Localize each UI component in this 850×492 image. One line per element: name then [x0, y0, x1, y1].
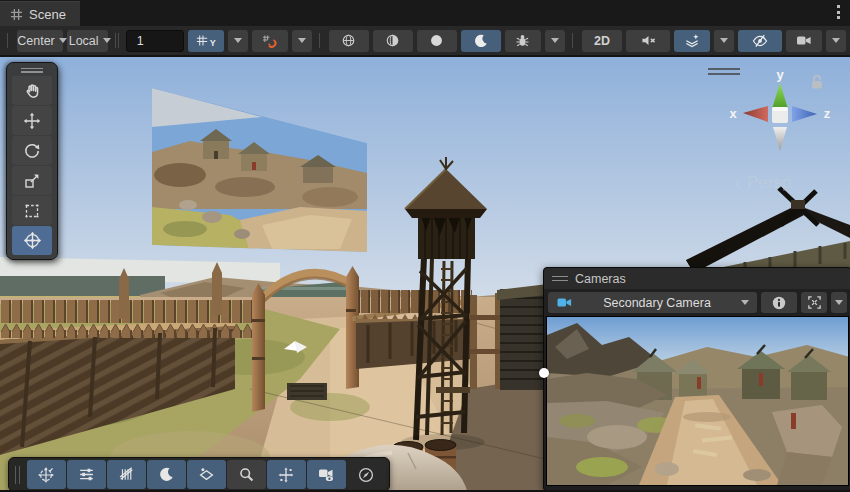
bug-icon	[515, 33, 530, 48]
rect-tool[interactable]	[12, 196, 52, 225]
grid-size-input[interactable]	[126, 30, 184, 52]
camera-view-toggle[interactable]	[307, 460, 346, 489]
orientation-mode-label: Local	[69, 34, 99, 48]
overlay-resize-dot[interactable]	[539, 368, 549, 378]
hand-view-tool-icon	[23, 82, 41, 100]
orientation-mode-dropdown[interactable]: Local	[67, 30, 109, 52]
overlay-drag-handle[interactable]	[9, 65, 55, 75]
prism-icon	[198, 466, 215, 483]
draw-mode-shaded-button[interactable]	[417, 30, 457, 52]
camera-settings-button[interactable]	[786, 30, 822, 52]
effects-toggle-button[interactable]	[674, 30, 710, 52]
grid-axis-caret[interactable]	[228, 30, 248, 52]
draw-mode-shaded-wire-button[interactable]	[373, 30, 413, 52]
camera-preview-render	[547, 317, 849, 485]
scene-viewport[interactable]: y x z ‹ Persp Cameras	[0, 57, 850, 492]
scene-visibility-button[interactable]	[738, 30, 782, 52]
overlay-drag-handle[interactable]	[552, 276, 568, 282]
compass-icon	[357, 466, 375, 484]
wireframe-sphere-icon	[341, 33, 356, 48]
move-snap-toggle[interactable]	[267, 460, 306, 489]
grid-snap-button[interactable]	[252, 30, 288, 52]
levels-toggle[interactable]	[67, 460, 106, 489]
projection-toggle[interactable]: ‹ Persp	[735, 173, 791, 193]
grid-icon	[10, 8, 23, 21]
audio-muted-icon	[640, 33, 657, 48]
grid-hatch-toggle[interactable]	[107, 460, 146, 489]
camera-preview	[546, 316, 849, 486]
axis-y-cone[interactable]	[772, 83, 788, 109]
moon-lighting-icon	[473, 33, 489, 49]
frame-camera-button[interactable]	[801, 292, 827, 313]
axis-z-cone[interactable]	[792, 106, 817, 122]
tab-scene[interactable]: Scene	[0, 1, 80, 26]
hidden-eye-icon	[751, 33, 769, 48]
axis-y-label: y	[776, 67, 784, 82]
tab-bar: Scene	[0, 0, 850, 26]
axis-x-cone[interactable]	[743, 106, 768, 122]
kebab-menu-icon[interactable]	[837, 5, 840, 19]
orientation-gizmo[interactable]: y x z	[715, 67, 845, 167]
padlock-icon[interactable]	[810, 74, 824, 90]
camera-select-value: Secondary Camera	[581, 296, 733, 310]
shaded-sphere-icon	[429, 33, 444, 48]
scene-lighting-button[interactable]	[461, 30, 501, 52]
pivot-mode-dropdown[interactable]: Center	[17, 30, 63, 52]
cameras-panel-header: Cameras	[544, 268, 850, 289]
mode-2d-label: 2D	[594, 34, 610, 48]
camera-view-icon	[317, 466, 336, 483]
view-hand-tool[interactable]	[12, 76, 52, 105]
audio-toggle-button[interactable]	[626, 30, 670, 52]
grid-hatch-icon	[118, 466, 135, 483]
transform-tool-icon	[23, 231, 42, 250]
rotate-tool[interactable]	[12, 136, 52, 165]
axis-x-label: x	[729, 106, 737, 121]
frame-fit-icon	[807, 295, 822, 310]
compass-toggle[interactable]	[347, 460, 386, 489]
scene-toolbar: Center Local Y	[0, 26, 850, 57]
camera-settings-caret[interactable]	[826, 30, 846, 52]
cameras-more-caret[interactable]	[831, 292, 847, 313]
bottom-overlay-toolbar	[8, 457, 390, 492]
search-toggle[interactable]	[227, 460, 266, 489]
move-tool[interactable]	[12, 106, 52, 135]
toolbar-grip[interactable]	[115, 33, 118, 48]
debug-draw-caret[interactable]	[545, 30, 565, 52]
chevron-down-icon	[59, 38, 67, 43]
cameras-overlay-panel: Cameras Secondary Camera	[543, 267, 850, 491]
moon-icon	[158, 466, 175, 483]
debug-draw-button[interactable]	[505, 30, 541, 52]
scale-tool[interactable]	[12, 166, 52, 195]
tools-overlay	[6, 62, 58, 260]
grid-axis-button[interactable]: Y	[188, 30, 224, 52]
magnifier-icon	[238, 466, 255, 483]
overlay-drag-handle[interactable]	[15, 466, 23, 484]
info-icon	[772, 296, 786, 310]
camera-info-button[interactable]	[761, 292, 797, 313]
chevron-down-icon	[103, 38, 111, 43]
transform-gizmo-icon	[37, 466, 55, 484]
transform-gizmo-toggle[interactable]	[27, 460, 66, 489]
mode-2d-button[interactable]: 2D	[582, 30, 622, 52]
toolbar-grip[interactable]	[319, 33, 322, 48]
camera-select-dropdown[interactable]: Secondary Camera	[548, 292, 757, 313]
moon-toggle[interactable]	[147, 460, 186, 489]
tab-label: Scene	[29, 7, 66, 22]
transform-tool[interactable]	[12, 226, 52, 255]
grid-snap-caret[interactable]	[292, 30, 312, 52]
toolbar-grip[interactable]	[572, 33, 575, 48]
pivot-mode-label: Center	[17, 34, 55, 48]
axis-minus-y-cone[interactable]	[773, 127, 787, 151]
draw-mode-wireframe-button[interactable]	[329, 30, 369, 52]
prism-toggle[interactable]	[187, 460, 226, 489]
move-snap-icon	[277, 466, 295, 484]
effects-caret[interactable]	[714, 30, 734, 52]
levels-sliders-icon	[78, 466, 95, 483]
left-arrow-icon: ‹	[735, 174, 741, 192]
move-tool-icon	[23, 112, 41, 130]
cameras-panel-title: Cameras	[575, 272, 626, 286]
camera-icon	[556, 296, 573, 309]
toolbar-grip[interactable]	[7, 33, 10, 48]
projection-label: Persp	[747, 173, 791, 193]
cameras-panel-controls: Secondary Camera	[544, 289, 850, 316]
